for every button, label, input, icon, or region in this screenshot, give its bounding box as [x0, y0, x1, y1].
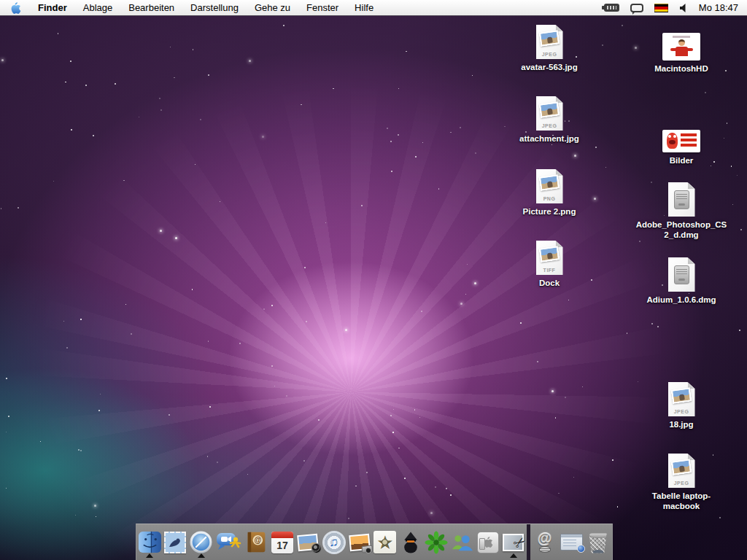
icon-label: Adium_1.0.6.dmg [646, 295, 716, 305]
desktop-icon-avatar-563-jpg[interactable]: JPEG avatar-563.jpg [506, 23, 593, 72]
desktop-icon-tabelle-laptop-macbook[interactable]: JPEG Tabelle laptop- macbook [630, 451, 732, 511]
icon-label: MacintoshHD [654, 63, 708, 74]
macintosh-hd-custom-icon [662, 33, 700, 61]
app-badge [577, 545, 585, 553]
dock-icq-flower-icon[interactable] [424, 529, 449, 556]
menu-bar: Finder Ablage Bearbeiten Darstellung Geh… [0, 0, 747, 16]
speaker-icon[interactable] [679, 3, 688, 13]
icon-label: Picture 2.png [523, 206, 576, 217]
battery-icon[interactable] [604, 4, 619, 12]
dock-safari-icon[interactable] [189, 529, 214, 556]
dock-msn-messenger-icon[interactable] [449, 529, 474, 556]
dock-documents-area: @ [530, 524, 612, 560]
icon-label: Adobe_Photoshop_CS 2_d.dmg [636, 219, 727, 240]
dock-grab-icon[interactable]: ✂ [501, 529, 526, 556]
icon-label: attachment.jpg [519, 133, 579, 144]
menu-ablage[interactable]: Ablage [75, 0, 120, 15]
icon-label: 18.jpg [669, 419, 693, 429]
jpeg-file-icon: JPEG [668, 382, 695, 416]
dock-mactheripper-ninja-icon[interactable] [398, 529, 423, 556]
menu-hilfe[interactable]: Hilfe [347, 0, 382, 15]
spring-base [539, 546, 551, 553]
dock-finder-icon[interactable] [137, 529, 162, 556]
desktop-icon-adium-dmg[interactable]: Adium_1.0.6.dmg [638, 255, 725, 305]
bilder-custom-icon [662, 130, 700, 152]
menu-fenster[interactable]: Fenster [298, 0, 347, 15]
dock-minimized-window-icon[interactable] [559, 529, 584, 556]
menu-bar-left: Finder Ablage Bearbeiten Darstellung Geh… [0, 0, 382, 15]
chat-bubble-icon[interactable] [630, 4, 643, 12]
menu-bar-status-area: Mo 18:47 [604, 0, 747, 15]
apple-logo-icon [10, 1, 21, 15]
dock-iphoto-icon[interactable] [295, 529, 320, 556]
desktop-icon-macintosh-hd[interactable]: MacintoshHD [638, 24, 725, 74]
jpeg-file-icon: JPEG [536, 25, 563, 59]
desktop-icon-bilder[interactable]: Bilder [638, 116, 725, 166]
dock-itunes-icon[interactable]: ♫ [322, 529, 347, 556]
menu-darstellung[interactable]: Darstellung [182, 0, 247, 15]
dock: @ 17 ♫ ★ [136, 524, 613, 560]
running-indicator [146, 553, 153, 558]
png-file-icon: PNG [536, 169, 563, 203]
desktop: Finder Ablage Bearbeiten Darstellung Geh… [0, 0, 747, 560]
jpeg-file-icon: JPEG [668, 454, 695, 488]
menu-bar-clock[interactable]: Mo 18:47 [699, 2, 738, 13]
dock-applications: @ 17 ♫ ★ [136, 524, 527, 560]
menu-bearbeiten[interactable]: Bearbeiten [120, 0, 182, 15]
camera-icon [361, 545, 373, 553]
desktop-icon-picture-2-png[interactable]: PNG Picture 2.png [506, 167, 593, 217]
menu-finder[interactable]: Finder [30, 0, 75, 15]
tiff-file-icon: TIFF [536, 241, 563, 275]
dock-imovie-icon[interactable]: ★ [373, 529, 398, 556]
icon-label: Tabelle laptop- macbook [652, 491, 711, 511]
apple-glyph [483, 536, 493, 548]
camera-lens [311, 542, 322, 553]
icon-label: Bilder [670, 155, 694, 166]
disk-image-file-icon [668, 257, 695, 292]
svg-text:@: @ [255, 536, 262, 544]
disk-image-file-icon [668, 182, 695, 217]
dock-email-link-icon[interactable]: @ [533, 529, 557, 556]
desktop-icon-dock-tiff[interactable]: TIFF Dock [506, 238, 593, 288]
apple-menu[interactable] [0, 0, 30, 15]
dock-ichat-icon[interactable] [214, 529, 244, 556]
icon-label: avatar-563.jpg [521, 62, 577, 72]
dock-apple-utility-icon[interactable] [476, 529, 500, 556]
dock-image-capture-icon[interactable] [347, 529, 372, 556]
running-indicator [510, 553, 517, 558]
german-flag-keyboard-icon[interactable] [654, 4, 668, 12]
running-indicator [198, 553, 205, 558]
menu-gehe-zu[interactable]: Gehe zu [247, 0, 298, 15]
dock-mail-icon[interactable] [163, 529, 187, 556]
dock-address-book-icon[interactable]: @ [244, 529, 269, 556]
dock-trash-icon[interactable] [586, 529, 611, 556]
icon-label: Dock [539, 278, 560, 288]
desktop-icon-18-jpg[interactable]: JPEG 18.jpg [638, 380, 725, 429]
jpeg-file-icon: JPEG [536, 96, 563, 131]
desktop-icon-adobe-photoshop-dmg[interactable]: Adobe_Photoshop_CS 2_d.dmg [630, 180, 732, 240]
desktop-icon-attachment-jpg[interactable]: JPEG attachment.jpg [506, 94, 593, 144]
dock-ical-icon[interactable]: 17 [270, 529, 295, 556]
